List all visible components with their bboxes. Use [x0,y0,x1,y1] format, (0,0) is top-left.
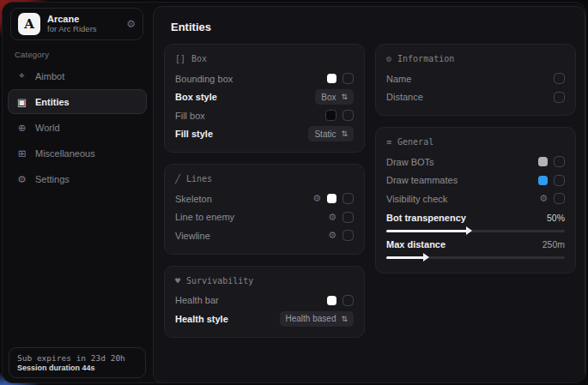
color-swatch[interactable] [327,296,336,305]
name-checkbox[interactable] [554,73,565,84]
color-swatch[interactable] [327,74,336,83]
fill-box-checkbox[interactable] [342,110,354,121]
max-distance-slider[interactable] [386,256,565,259]
setting-draw-bots: Draw BOTs [386,153,565,171]
health-bar-checkbox[interactable] [342,295,354,306]
draw-teammates-checkbox[interactable] [554,175,565,186]
color-swatch[interactable] [538,176,548,185]
setting-label: Distance [386,92,554,102]
brand-card: A Arcane for Arc Riders ⚙ [10,8,143,40]
card-header: ♥Survivability [175,276,354,286]
bot-transpenency-slider[interactable] [386,230,565,232]
sidebar-item-label: World [35,123,60,133]
card-box: []BoxBounding boxBox styleBox⇅Fill boxFi… [164,44,365,153]
card-title: Lines [186,174,212,183]
setting-distance: Distance [386,88,565,107]
card-general: ≡GeneralDraw BOTsDraw teammatesVisibilit… [375,127,576,274]
setting-fill-style: Fill styleStatic⇅ [175,125,354,144]
setting-label: Bot transpenency [386,213,547,223]
health-style-dropdown[interactable]: Health based⇅ [280,311,354,327]
setting-label: Max distance [386,239,543,250]
color-swatch[interactable] [538,157,548,166]
setting-draw-teammates: Draw teammates [386,171,565,190]
setting-label: Line to enemy [175,212,328,222]
slider-thumb[interactable] [466,226,472,235]
dropdown-value: Box [321,93,336,102]
right-column: ⊙InformationNameDistance≡GeneralDraw BOT… [375,44,576,338]
slider-fill [386,256,424,259]
slider-value: 50% [547,213,565,223]
entities-icon: ▣ [16,96,27,108]
card-header: []Box [175,54,354,63]
sliders-icon: ≡ [386,137,391,147]
dropdown-value: Health based [286,314,336,323]
slider-header: Max distance250m [386,238,565,251]
app-window: A Arcane for Arc Riders ⚙ Category ⌖Aimb… [2,2,586,383]
row-controls [538,156,565,167]
setting-label: Visibility check [386,194,539,204]
draw-bots-checkbox[interactable] [554,156,565,167]
screen: A Arcane for Arc Riders ⚙ Category ⌖Aimb… [0,0,588,385]
card-information: ⊙InformationNameDistance [375,44,576,116]
bounding-box-checkbox[interactable] [342,73,354,84]
setting-fill-box: Fill box [175,106,354,125]
slider-header: Bot transpenency50% [386,211,565,225]
sidebar-item-aimbot[interactable]: ⌖Aimbot [8,63,147,88]
setting-bounding-box: Bounding box [175,69,354,88]
gear-icon[interactable]: ⚙ [539,194,548,203]
setting-skeleton: Skeleton⚙ [175,189,354,208]
setting-label: Name [386,74,554,84]
card-columns: []BoxBounding boxBox styleBox⇅Fill boxFi… [162,44,576,338]
setting-label: Fill box [175,111,325,121]
crosshair-icon: ⌖ [16,70,27,81]
row-controls [554,92,565,103]
box-style-dropdown[interactable]: Box⇅ [315,89,354,105]
card-survivability: ♥SurvivabilityHealth barHealth styleHeal… [164,266,365,338]
row-controls [327,295,354,306]
sidebar-item-entities[interactable]: ▣Entities [8,89,147,114]
globe-icon: ⊕ [16,122,27,134]
distance-checkbox[interactable] [554,92,565,103]
row-controls: ⚙ [312,193,354,204]
sidebar-item-miscellaneous[interactable]: ⊞Miscellaneous [8,141,147,165]
viewline-checkbox[interactable] [342,230,354,241]
card-header: ≡General [386,137,565,147]
setting-label: Draw BOTs [386,157,538,167]
slider-thumb[interactable] [423,253,429,262]
setting-line-to-enemy: Line to enemy⚙ [175,208,354,227]
card-lines: ╱LinesSkeleton⚙Line to enemy⚙Viewline⚙ [164,164,365,255]
gear-icon[interactable]: ⚙ [328,213,336,222]
line-to-enemy-checkbox[interactable] [342,212,354,223]
gear-icon[interactable]: ⚙ [328,231,336,240]
setting-max-distance: Max distance250m [386,238,565,259]
setting-health-bar: Health bar [175,292,354,310]
info-icon: ⊙ [386,54,391,63]
card-header: ⊙Information [386,54,565,63]
sidebar-item-settings[interactable]: ⚙Settings [8,166,147,191]
gear-icon[interactable]: ⚙ [312,194,321,203]
setting-health-style: Health styleHealth based⇅ [175,310,354,328]
setting-label: Fill style [175,129,308,139]
color-swatch[interactable] [327,194,336,203]
setting-bot-transpenency: Bot transpenency50% [386,211,565,232]
setting-label: Viewline [175,231,328,241]
fill-style-dropdown[interactable]: Static⇅ [308,126,354,141]
app-logo: A [18,13,40,35]
category-label: Category [15,50,49,59]
visibility-check-checkbox[interactable] [554,193,565,204]
color-swatch[interactable] [325,110,336,121]
setting-name: Name [386,69,565,88]
card-header: ╱Lines [175,174,354,183]
skeleton-checkbox[interactable] [342,193,354,204]
sidebar-nav: ⌖Aimbot▣Entities⊕World⊞Miscellaneous⚙Set… [8,63,147,191]
brand-gear-icon[interactable]: ⚙ [126,18,136,30]
chevrons-up-down-icon: ⇅ [341,315,348,323]
sidebar-item-label: Miscellaneous [35,148,95,159]
slider-fill [386,230,467,232]
card-title: Survivability [186,276,253,286]
left-column: []BoxBounding boxBox styleBox⇅Fill boxFi… [164,44,365,338]
app-title: Arcane [47,14,119,25]
setting-label: Draw teammates [386,175,538,185]
chevrons-up-down-icon: ⇅ [341,93,348,101]
sidebar-item-world[interactable]: ⊕World [8,115,147,140]
